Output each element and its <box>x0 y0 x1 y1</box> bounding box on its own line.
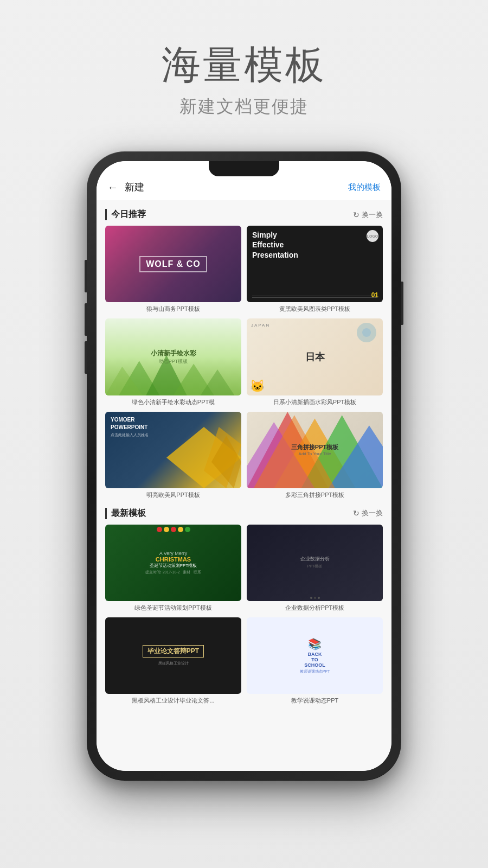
wc-text: 小清新手绘水彩 <box>151 349 196 358</box>
template-thumb-japan[interactable]: JAPAN 日本 🐱 <box>247 318 383 395</box>
template-thumb-yomoer[interactable]: YOMOERPOWERPOINT 点击此处输入人员姓名 <box>105 412 241 488</box>
template-item-graduation[interactable]: 毕业论文答辩PPT 黑板风格工业设计 黑板风格工业设计毕业论文答... <box>105 617 241 705</box>
template-item-wolf[interactable]: WOLF & CO 狼与山商务PPT模板 <box>105 226 241 313</box>
latest-refresh-label: 换一换 <box>362 508 383 518</box>
tri-sub: Add To Your Title <box>299 451 331 456</box>
eff-lines <box>252 296 377 298</box>
phone-shell: ← 新建 我的模板 今日推荐 ↻ 换一换 <box>87 151 401 781</box>
today-refresh-label: 换一换 <box>362 210 383 220</box>
template-item-yomoer[interactable]: YOMOERPOWERPOINT 点击此处输入人员姓名 明亮欧美风PPT模板 <box>105 412 241 499</box>
template-item-japan[interactable]: JAPAN 日本 🐱 <box>247 318 383 406</box>
template-name-enterprise: 企业数据分析PPT模板 <box>247 604 383 612</box>
scroll-area[interactable]: 今日推荐 ↻ 换一换 WOLF & CO 狼与山商务PPT模板 <box>97 200 391 771</box>
phone-mockup: ← 新建 我的模板 今日推荐 ↻ 换一换 <box>87 151 401 781</box>
page-subtitle: 新建文档更便捷 <box>162 95 326 119</box>
tri-text: 三角拼接PPT模板 <box>291 443 338 451</box>
template-name-graduation: 黑板风格工业设计毕业论文答... <box>105 697 241 705</box>
today-section-title: 今日推荐 <box>105 209 146 220</box>
latest-section-title: 最新模板 <box>105 508 146 519</box>
back-button[interactable]: ← <box>107 181 118 194</box>
refresh-icon: ↻ <box>353 210 359 219</box>
my-templates-link[interactable]: 我的模板 <box>348 182 381 193</box>
page-title: 海量模板 <box>162 43 326 86</box>
xmas-sub: 圣诞节活动策划PPT模板 <box>150 563 197 569</box>
template-item-effective[interactable]: SimplyEffectivePresentation LOGO 01 黄黑欧美… <box>247 226 383 313</box>
eff-num: 01 <box>371 291 378 299</box>
wolf-text: WOLF & CO <box>139 256 207 272</box>
latest-template-grid: A Very Merry CHRISTMAS 圣诞节活动策划PPT模板 提交时间… <box>105 525 383 705</box>
template-name-effective: 黄黑欧美风图表类PPT模板 <box>247 305 383 313</box>
template-item-enterprise[interactable]: 企业数据分析 PPT模板 <box>247 525 383 612</box>
latest-refresh-icon: ↻ <box>353 509 359 518</box>
template-name-teacher: 教学说课动态PPT <box>247 697 383 705</box>
app-bar-left: ← 新建 <box>107 181 144 194</box>
grad-border: 毕业论文答辩PPT <box>143 645 204 658</box>
template-thumb-wolf[interactable]: WOLF & CO <box>105 226 241 302</box>
svg-point-5 <box>362 328 371 337</box>
template-thumb-watercolor[interactable]: 小清新手绘水彩 动态PPT模板 <box>105 318 241 395</box>
template-name-wolf: 狼与山商务PPT模板 <box>105 305 241 313</box>
screen-title: 新建 <box>125 181 144 194</box>
template-thumb-triangle[interactable]: 三角拼接PPT模板 Add To Your Title <box>247 412 383 488</box>
jp-circle <box>357 323 376 342</box>
xmas-title: CHRISTMAS <box>156 556 191 563</box>
template-item-watercolor[interactable]: 小清新手绘水彩 动态PPT模板 绿色小清新手绘水彩动态PPT模 <box>105 318 241 406</box>
template-item-teacher[interactable]: 📚 BACKTOSCHOOL 教师说课动态PPT 教学说课动态PPT <box>247 617 383 705</box>
app-content: ← 新建 我的模板 今日推荐 ↻ 换一换 <box>97 161 391 771</box>
template-name-yomoer: 明亮欧美风PPT模板 <box>105 491 241 499</box>
grad-title: 毕业论文答辩PPT <box>147 647 199 656</box>
today-template-grid: WOLF & CO 狼与山商务PPT模板 SimplyEffectivePres… <box>105 226 383 499</box>
page-header: 海量模板 新建文档更便捷 <box>162 43 326 119</box>
today-refresh-button[interactable]: ↻ 换一换 <box>353 210 383 220</box>
template-thumb-teacher[interactable]: 📚 BACKTOSCHOOL 教师说课动态PPT <box>247 617 383 694</box>
template-thumb-effective[interactable]: SimplyEffectivePresentation LOGO 01 <box>247 226 383 302</box>
eff-title: SimplyEffectivePresentation <box>252 230 377 260</box>
wc-sub: 动态PPT模板 <box>159 358 188 365</box>
jp-text: 日本 <box>305 350 325 363</box>
template-name-christmas: 绿色圣诞节活动策划PPT模板 <box>105 604 241 612</box>
template-name-japan: 日系小清新插画水彩风PPT模板 <box>247 398 383 406</box>
template-item-triangle[interactable]: 三角拼接PPT模板 Add To Your Title 多彩三角拼接PPT模板 <box>247 412 383 499</box>
phone-screen: ← 新建 我的模板 今日推荐 ↻ 换一换 <box>97 161 391 771</box>
template-name-watercolor: 绿色小清新手绘水彩动态PPT模 <box>105 398 241 406</box>
today-section-header: 今日推荐 ↻ 换一换 <box>105 209 383 220</box>
latest-section-header: 最新模板 ↻ 换一换 <box>105 508 383 519</box>
xmas-balls <box>105 527 241 538</box>
template-item-christmas[interactable]: A Very Merry CHRISTMAS 圣诞节活动策划PPT模板 提交时间… <box>105 525 241 612</box>
template-thumb-enterprise[interactable]: 企业数据分析 PPT模板 <box>247 525 383 601</box>
jp-sub: JAPAN <box>251 323 270 328</box>
template-thumb-christmas[interactable]: A Very Merry CHRISTMAS 圣诞节活动策划PPT模板 提交时间… <box>105 525 241 601</box>
latest-refresh-button[interactable]: ↻ 换一换 <box>353 508 383 518</box>
phone-notch <box>209 161 279 176</box>
template-name-triangle: 多彩三角拼接PPT模板 <box>247 491 383 499</box>
template-thumb-graduation[interactable]: 毕业论文答辩PPT 黑板风格工业设计 <box>105 617 241 694</box>
